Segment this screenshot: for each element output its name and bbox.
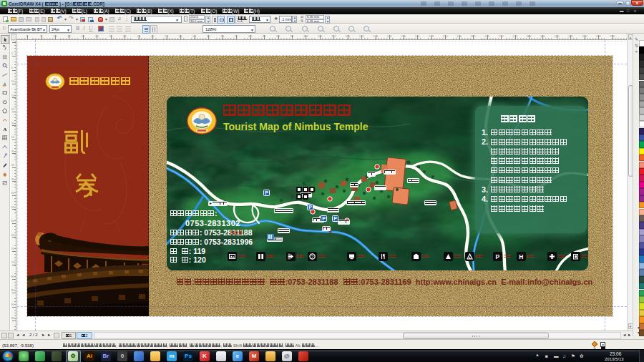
- svg-text:H: H: [519, 253, 523, 260]
- svg-text:?: ?: [311, 255, 314, 259]
- svg-text:P: P: [496, 253, 500, 260]
- svg-text:A: A: [4, 127, 7, 132]
